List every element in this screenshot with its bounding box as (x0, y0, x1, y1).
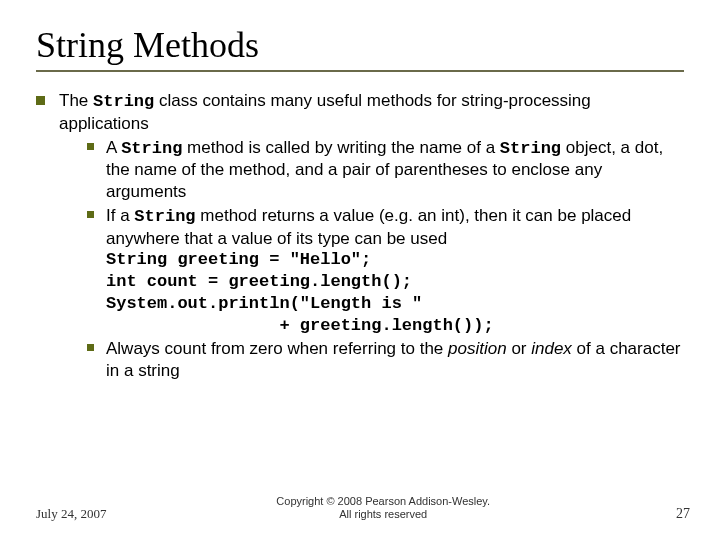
text: If a (106, 206, 134, 225)
code-line: int count = greeting.length(); (106, 271, 684, 293)
square-bullet-icon (36, 96, 45, 105)
hollow-square-bullet-icon (87, 143, 94, 150)
bullet-text: A String method is called by writing the… (106, 137, 684, 203)
text: method is called by writing the name of … (182, 138, 500, 157)
text: A (106, 138, 121, 157)
slide: String Methods The String class contains… (0, 0, 720, 540)
hollow-square-bullet-icon (87, 211, 94, 218)
slide-title: String Methods (36, 24, 684, 66)
bullet-text: The String class contains many useful me… (59, 90, 684, 382)
italic-text: index (531, 339, 572, 358)
bullet-text: If a String method returns a value (e.g.… (106, 205, 684, 337)
slide-footer: July 24, 2007 Copyright © 2008 Pearson A… (36, 495, 690, 523)
title-rule (36, 70, 684, 72)
hollow-square-bullet-icon (87, 344, 94, 351)
code-line: System.out.println("Length is " (106, 293, 684, 315)
bullet-text: Always count from zero when referring to… (106, 338, 684, 382)
text: The (59, 91, 93, 110)
bullet-level2: If a String method returns a value (e.g.… (87, 205, 684, 337)
footer-date: July 24, 2007 (36, 506, 106, 522)
code-line: + greeting.length()); (106, 315, 684, 337)
code-inline: String (500, 139, 561, 158)
text: Always count from zero when referring to… (106, 339, 448, 358)
footer-copyright: Copyright © 2008 Pearson Addison-Wesley.… (106, 495, 660, 523)
bullet-level1: The String class contains many useful me… (36, 90, 684, 382)
text: or (507, 339, 532, 358)
footer-page-number: 27 (660, 506, 690, 522)
copyright-line: All rights reserved (339, 508, 427, 520)
code-inline: String (121, 139, 182, 158)
copyright-line: Copyright © 2008 Pearson Addison-Wesley. (276, 495, 490, 507)
italic-text: position (448, 339, 507, 358)
code-line: String greeting = "Hello"; (106, 249, 684, 271)
bullet-level2: Always count from zero when referring to… (87, 338, 684, 382)
bullet-level2: A String method is called by writing the… (87, 137, 684, 203)
code-inline: String (93, 92, 154, 111)
slide-content: The String class contains many useful me… (36, 90, 684, 382)
code-inline: String (134, 207, 195, 226)
